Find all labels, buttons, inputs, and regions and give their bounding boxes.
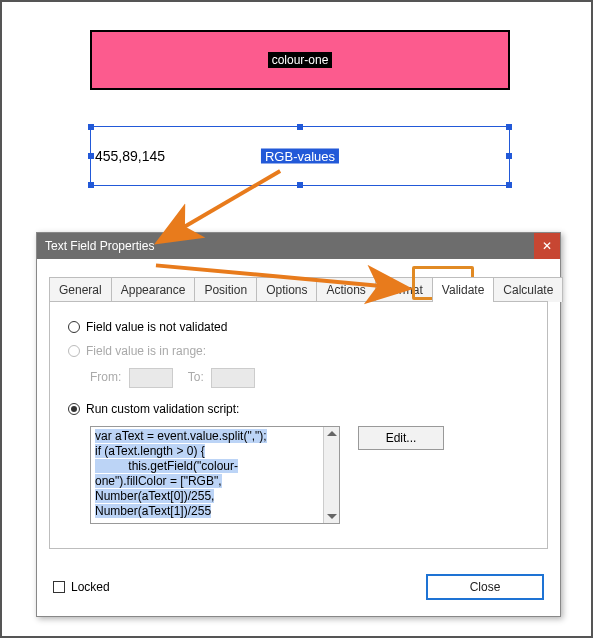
text-field-properties-dialog: Text Field Properties ✕ General Appearan… xyxy=(36,232,561,617)
code-line: Number(aText[1])/255 xyxy=(95,504,211,518)
validate-panel: Field value is not validated Field value… xyxy=(49,301,548,549)
code-line: if (aText.length > 0) { xyxy=(95,444,205,458)
code-line: one").fillColor = ["RGB", xyxy=(95,474,222,488)
tab-validate[interactable]: Validate xyxy=(432,277,494,302)
tab-options[interactable]: Options xyxy=(256,277,317,302)
code-line: Number(aText[0])/255, xyxy=(95,489,214,503)
tab-actions[interactable]: Actions xyxy=(316,277,375,302)
field-rgb-values[interactable]: 455,89,145 RGB-values xyxy=(90,126,510,186)
dialog-titlebar[interactable]: Text Field Properties ✕ xyxy=(37,233,560,259)
tab-calculate[interactable]: Calculate xyxy=(493,277,563,302)
code-line: this.getField("colour- xyxy=(95,459,238,473)
range-from-input xyxy=(129,368,173,388)
code-line: var aText = event.value.split(","); xyxy=(95,429,267,443)
field-colour-one[interactable]: colour-one xyxy=(90,30,510,90)
radio-not-validated[interactable] xyxy=(68,321,80,333)
field-rgb-values-label: RGB-values xyxy=(261,149,339,164)
range-to-input xyxy=(211,368,255,388)
tab-format[interactable]: Format xyxy=(375,277,433,302)
radio-in-range xyxy=(68,345,80,357)
tab-position[interactable]: Position xyxy=(194,277,257,302)
scrollbar[interactable] xyxy=(323,427,339,523)
edit-script-button[interactable]: Edit... xyxy=(358,426,444,450)
tab-appearance[interactable]: Appearance xyxy=(111,277,196,302)
dialog-close-icon[interactable]: ✕ xyxy=(534,233,560,259)
tab-general[interactable]: General xyxy=(49,277,112,302)
radio-in-range-label: Field value is in range: xyxy=(86,344,206,358)
radio-custom-script[interactable] xyxy=(68,403,80,415)
close-button[interactable]: Close xyxy=(426,574,544,600)
dialog-title: Text Field Properties xyxy=(45,239,154,253)
field-rgb-values-value: 455,89,145 xyxy=(95,148,165,164)
radio-not-validated-label: Field value is not validated xyxy=(86,320,227,334)
screenshot-frame: colour-one 455,89,145 RGB-values Text Fi… xyxy=(0,0,593,638)
dialog-footer: Locked Close xyxy=(37,564,560,616)
locked-label: Locked xyxy=(71,580,110,594)
radio-custom-script-label: Run custom validation script: xyxy=(86,402,239,416)
field-colour-one-label: colour-one xyxy=(268,52,333,68)
range-to-label: To: xyxy=(188,370,204,384)
validation-script-box[interactable]: var aText = event.value.split(","); if (… xyxy=(90,426,340,524)
range-from-label: From: xyxy=(90,370,121,384)
locked-checkbox[interactable] xyxy=(53,581,65,593)
tab-strip: General Appearance Position Options Acti… xyxy=(49,277,548,302)
